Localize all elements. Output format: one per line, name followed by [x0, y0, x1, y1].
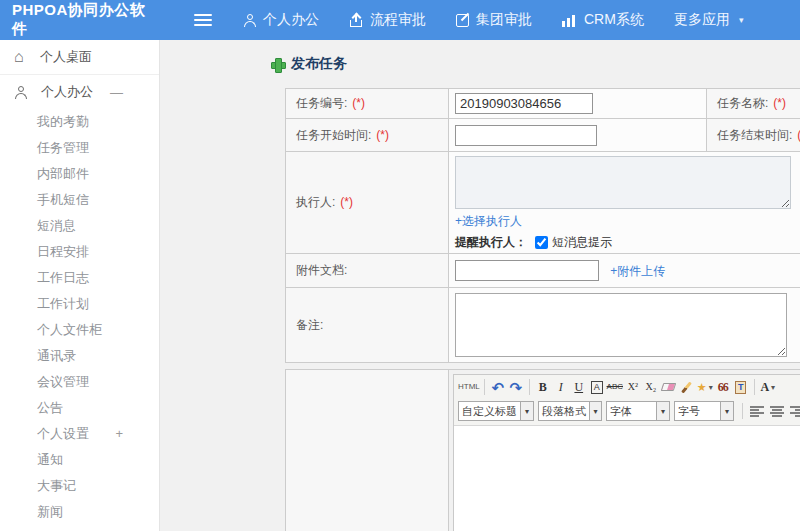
task-name-label: 任务名称:	[717, 96, 768, 110]
remove-format-eraser-button[interactable]	[660, 377, 678, 397]
add-plus-icon	[271, 58, 284, 71]
remark-textarea[interactable]	[455, 293, 787, 357]
home-icon: ⌂	[14, 50, 34, 64]
table-row: 任务描述:(*) HTML↶↷BIUAABCX²X₂★▾66TA▾ 自定义标题▾…	[286, 370, 800, 531]
executor-label: 执行人:	[296, 195, 335, 209]
sidebar-item[interactable]: 内部邮件	[0, 161, 159, 187]
sidebar-item[interactable]: 短消息	[0, 213, 159, 239]
blockquote-button[interactable]: 66	[714, 377, 732, 397]
nav-item-workflow-approval[interactable]: 流程审批	[349, 11, 426, 29]
sidebar: ⌂个人桌面个人办公—我的考勤任务管理内部邮件手机短信短消息日程安排工作日志工作计…	[0, 40, 160, 531]
required-mark: (*)	[340, 195, 353, 209]
topbar: PHPOA协同办公软件 个人办公流程审批集团审批CRM系统更多应用▾	[0, 0, 800, 40]
start-time-label: 任务开始时间:	[296, 128, 371, 142]
strikethrough-button[interactable]: ABC	[606, 377, 624, 397]
task-number-label: 任务编号:	[296, 96, 347, 110]
main-content: 发布任务 任务编号:(*) 任务名称:(*) 任务开始时间:(*) 任务结束时间…	[161, 40, 800, 531]
expand-icon[interactable]: +	[115, 426, 123, 442]
top-navigation: 个人办公流程审批集团审批CRM系统更多应用▾	[244, 11, 773, 29]
start-time-input[interactable]	[455, 125, 597, 146]
font-color-button[interactable]: A▾	[759, 377, 777, 397]
table-row: 执行人:(*) +选择执行人 提醒执行人：短消息提示	[286, 152, 800, 254]
table-row: 附件文档: +附件上传	[286, 254, 800, 288]
sidebar-item[interactable]: 我的考勤	[0, 109, 159, 135]
italic-button[interactable]: I	[552, 377, 570, 397]
editor-toolbar-row2: 自定义标题▾段落格式▾字体▾字号▾	[454, 399, 800, 426]
caret-down-icon: ▾	[520, 402, 533, 420]
publish-task-form: 发布任务 任务编号:(*) 任务名称:(*) 任务开始时间:(*) 任务结束时间…	[285, 54, 800, 531]
attachment-input[interactable]	[455, 260, 599, 281]
sidebar-item[interactable]: 通讯录	[0, 343, 159, 369]
page-title-row: 发布任务	[271, 54, 800, 74]
sidebar-item[interactable]: 个人设置+	[0, 421, 159, 447]
rich-text-editor: HTML↶↷BIUAABCX²X₂★▾66TA▾ 自定义标题▾段落格式▾字体▾字…	[453, 374, 800, 531]
task-number-input[interactable]	[455, 93, 593, 114]
task-description-editor-body[interactable]	[454, 426, 800, 531]
sidebar-item[interactable]: 通知	[0, 447, 159, 473]
sms-remind-checkbox[interactable]	[535, 236, 548, 249]
format-painter-brush-button[interactable]	[678, 377, 696, 397]
font-size-select[interactable]: 字号▾	[674, 401, 734, 421]
sidebar-item[interactable]: 公告	[0, 395, 159, 421]
required-mark: (*)	[352, 96, 365, 110]
sidebar-item[interactable]: ⌂个人桌面	[0, 40, 159, 75]
nav-item-personal-office[interactable]: 个人办公	[244, 11, 319, 29]
caret-down-icon: ▾	[589, 402, 601, 420]
sidebar-item[interactable]: 任务管理	[0, 135, 159, 161]
redo-button[interactable]: ↷	[507, 377, 525, 397]
sidebar-item[interactable]: 工作日志	[0, 265, 159, 291]
sidebar-item[interactable]: 大事记	[0, 473, 159, 499]
toolbar-separator	[742, 403, 743, 419]
nav-item-crm-system[interactable]: CRM系统	[562, 11, 644, 29]
sidebar-item[interactable]: 新闻	[0, 499, 159, 525]
remark-label: 备注:	[296, 318, 323, 332]
font-style-button[interactable]: A	[588, 377, 606, 397]
quick-format-wand-button[interactable]: ★▾	[696, 377, 714, 397]
undo-button[interactable]: ↶	[489, 377, 507, 397]
end-time-label: 任务结束时间:	[717, 128, 792, 142]
sidebar-item[interactable]: 工作计划	[0, 291, 159, 317]
nav-item-more-apps[interactable]: 更多应用▾	[674, 11, 744, 29]
choose-executor-link[interactable]: +选择执行人	[455, 213, 522, 230]
executor-textarea[interactable]	[455, 156, 791, 209]
remind-executor-label: 提醒执行人：	[455, 234, 527, 251]
source-code-button[interactable]: HTML	[458, 377, 480, 397]
toolbar-separator	[754, 379, 755, 395]
editor-toolbar-row1: HTML↶↷BIUAABCX²X₂★▾66TA▾	[454, 375, 800, 399]
table-row: 任务编号:(*) 任务名称:(*)	[286, 89, 800, 119]
task-form-table: 任务编号:(*) 任务名称:(*) 任务开始时间:(*) 任务结束时间:(*) …	[285, 88, 800, 363]
align-right-button[interactable]	[790, 405, 800, 418]
toolbar-separator	[484, 379, 485, 395]
app-logo: PHPOA协同办公软件	[0, 1, 160, 39]
table-row: 备注:	[286, 288, 800, 363]
toolbar-separator	[529, 379, 530, 395]
bar-chart-icon	[562, 14, 577, 27]
paste-button[interactable]: T	[732, 377, 750, 397]
user-icon	[15, 86, 27, 99]
nav-item-group-approval[interactable]: 集团审批	[456, 11, 532, 29]
sidebar-item[interactable]: 个人文件柜	[0, 317, 159, 343]
caret-down-icon: ▾	[739, 15, 744, 25]
font-family-select[interactable]: 字体▾	[606, 401, 670, 421]
collapse-icon[interactable]: —	[110, 85, 123, 100]
page-title: 发布任务	[291, 55, 347, 73]
sidebar-item[interactable]: 手机短信	[0, 187, 159, 213]
attachment-upload-link[interactable]: +附件上传	[610, 264, 665, 278]
align-left-button[interactable]	[750, 405, 764, 418]
menu-toggle-icon[interactable]	[194, 11, 212, 29]
align-center-button[interactable]	[770, 405, 784, 418]
underline-button[interactable]: U	[570, 377, 588, 397]
sidebar-item[interactable]: 个人办公—	[0, 75, 159, 109]
paragraph-format-select[interactable]: 段落格式▾	[538, 401, 602, 421]
subscript-button[interactable]: X₂	[642, 377, 660, 397]
superscript-button[interactable]: X²	[624, 377, 642, 397]
required-mark: (*)	[773, 96, 786, 110]
custom-title-select[interactable]: 自定义标题▾	[458, 401, 534, 421]
sms-remind-option-label: 短消息提示	[552, 234, 612, 251]
sidebar-item[interactable]: 会议管理	[0, 369, 159, 395]
caret-down-icon: ▾	[720, 402, 733, 420]
required-mark: (*)	[376, 128, 389, 142]
bold-button[interactable]: B	[534, 377, 552, 397]
sidebar-item[interactable]: 日程安排	[0, 239, 159, 265]
editor-align-group	[747, 405, 800, 418]
